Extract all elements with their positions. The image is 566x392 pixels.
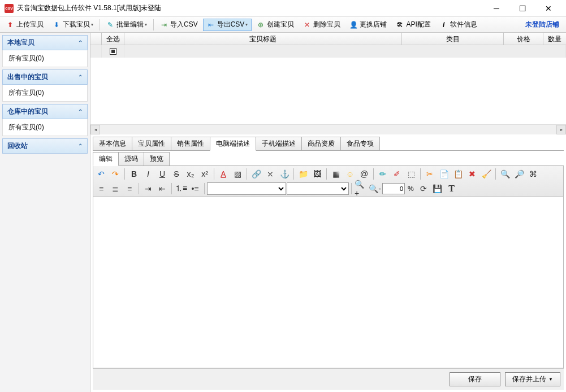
tab-pc-desc[interactable]: 电脑端描述 xyxy=(210,137,256,151)
chevron-up-icon: ⌃ xyxy=(78,143,83,149)
find-button[interactable]: 🔍 xyxy=(498,167,512,181)
scroll-track[interactable] xyxy=(100,125,556,134)
folder-button[interactable]: 📁 xyxy=(296,167,310,181)
import-csv-button[interactable]: ⇥导入CSV xyxy=(156,19,202,31)
subtab-preview[interactable]: 预览 xyxy=(144,152,170,165)
editor-content[interactable] xyxy=(93,197,564,368)
unlink-button[interactable]: ⤫ xyxy=(263,167,277,181)
tab-mobile-desc[interactable]: 手机端描述 xyxy=(256,137,302,150)
highlight-button[interactable]: ✏ xyxy=(376,167,390,181)
subtab-edit[interactable]: 编辑 xyxy=(93,152,119,166)
cut-button[interactable]: ✂ xyxy=(423,167,437,181)
sidebar-item-all-selling[interactable]: 所有宝贝(0) xyxy=(2,85,88,102)
save-disk-button[interactable]: 💾 xyxy=(431,182,444,195)
outdent-button[interactable]: ⇤ xyxy=(155,182,169,195)
redo-button[interactable]: ↷ xyxy=(109,167,122,181)
font-family-select[interactable] xyxy=(207,182,286,195)
paste-button[interactable]: 📋 xyxy=(451,167,465,181)
zoom-out-button[interactable]: 🔍- xyxy=(368,182,382,195)
copy-button[interactable]: 📄 xyxy=(437,167,451,181)
text-tool-button[interactable]: T xyxy=(445,182,459,195)
clear-format-button[interactable]: 🧹 xyxy=(479,167,493,181)
select-all-button[interactable]: ⬚ xyxy=(404,167,418,181)
image-button[interactable]: 🖼 xyxy=(310,167,324,181)
smiley-button[interactable]: ☺ xyxy=(343,167,357,181)
font-color-button[interactable]: A xyxy=(217,167,230,181)
sidebar-header-selling[interactable]: 出售中的宝贝⌃ xyxy=(2,69,88,85)
scroll-left-icon[interactable]: ◂ xyxy=(90,125,100,134)
grid-checkbox-cell[interactable] xyxy=(102,45,124,58)
sidebar-header-local[interactable]: 本地宝贝⌃ xyxy=(2,35,88,50)
titlebar: csv 天音淘宝数据包上传软件 V1.58.1[试用版]未登陆 ─ ☐ ✕ xyxy=(0,0,566,17)
refresh-button[interactable]: ⟳ xyxy=(417,182,430,195)
grid-col-qty[interactable]: 数量 xyxy=(543,33,566,45)
close-button[interactable]: ✕ xyxy=(535,0,561,17)
download-button[interactable]: ⬇下载宝贝▾ xyxy=(49,19,97,31)
upload-button[interactable]: ⬆上传宝贝 xyxy=(2,19,47,31)
export-csv-button[interactable]: ⇤导出CSV▾ xyxy=(203,19,252,31)
sidebar-title: 仓库中的宝贝 xyxy=(7,107,48,116)
checkbox-icon[interactable] xyxy=(110,48,116,55)
sidebar-group-selling: 出售中的宝贝⌃ 所有宝贝(0) xyxy=(2,69,88,102)
tab-sale-props[interactable]: 销售属性 xyxy=(171,137,210,150)
sidebar-header-warehouse[interactable]: 仓库中的宝贝⌃ xyxy=(2,104,88,119)
subtab-source[interactable]: 源码 xyxy=(118,152,144,165)
batch-edit-label: 批量编辑 xyxy=(116,20,144,29)
align-center-button[interactable]: ≣ xyxy=(109,182,122,195)
create-button[interactable]: ⊕创建宝贝 xyxy=(253,19,298,31)
separator xyxy=(495,168,496,180)
superscript-button[interactable]: x² xyxy=(198,167,211,181)
batch-edit-button[interactable]: ✎批量编辑▾ xyxy=(102,19,151,31)
grid-cell xyxy=(124,45,566,58)
grid-col-price[interactable]: 价格 xyxy=(504,33,543,45)
delete-button[interactable]: ✖ xyxy=(465,167,479,181)
sub-tabs: 编辑 源码 预览 xyxy=(93,152,564,166)
save-button[interactable]: 保存 xyxy=(450,372,500,386)
table-button[interactable]: ▦ xyxy=(329,167,343,181)
switch-shop-button[interactable]: 👤更换店铺 xyxy=(345,19,391,31)
grid-col-title[interactable]: 宝贝标题 xyxy=(124,33,402,45)
code-button[interactable]: ⌘ xyxy=(526,167,540,181)
align-right-button[interactable]: ≡ xyxy=(123,182,136,195)
maximize-button[interactable]: ☐ xyxy=(509,0,535,17)
grid-col-selectall[interactable]: 全选 xyxy=(102,33,124,45)
anchor-button[interactable]: ⚓ xyxy=(278,167,291,181)
zoom-input[interactable] xyxy=(382,183,405,194)
tab-item-props[interactable]: 宝贝属性 xyxy=(132,137,171,150)
scroll-right-icon[interactable]: ▸ xyxy=(556,125,566,134)
delete-button[interactable]: ✕删除宝贝 xyxy=(299,19,344,31)
ordered-list-button[interactable]: ⒈≡ xyxy=(174,182,188,195)
horizontal-scrollbar[interactable]: ◂ ▸ xyxy=(90,124,566,134)
strikethrough-button[interactable]: S xyxy=(170,167,183,181)
grid-col-category[interactable]: 类目 xyxy=(402,33,504,45)
unordered-list-button[interactable]: •≡ xyxy=(188,182,202,195)
indent-button[interactable]: ⇥ xyxy=(141,182,155,195)
zoom-in-button[interactable]: 🔍+ xyxy=(354,182,368,195)
grid-body[interactable] xyxy=(90,45,566,124)
dropdown-icon: ▼ xyxy=(548,377,553,382)
underline-button[interactable]: U xyxy=(155,167,169,181)
marker-button[interactable]: ✐ xyxy=(390,167,404,181)
sidebar-item-all-warehouse[interactable]: 所有宝贝(0) xyxy=(2,119,88,136)
undo-button[interactable]: ↶ xyxy=(94,167,108,181)
bold-button[interactable]: B xyxy=(127,167,141,181)
link-button[interactable]: 🔗 xyxy=(249,167,263,181)
sidebar-item-all-local[interactable]: 所有宝贝(0) xyxy=(2,50,88,67)
save-upload-button[interactable]: 保存并上传▼ xyxy=(505,372,560,386)
grid-row[interactable] xyxy=(90,45,566,58)
bg-color-button[interactable]: ▨ xyxy=(231,167,244,181)
subscript-button[interactable]: x₂ xyxy=(184,167,197,181)
tab-quality[interactable]: 商品资质 xyxy=(301,137,341,150)
minimize-button[interactable]: ─ xyxy=(483,0,509,17)
font-size-select[interactable] xyxy=(287,182,349,195)
at-button[interactable]: @ xyxy=(357,167,371,181)
replace-button[interactable]: 🔎 xyxy=(512,167,526,181)
tab-food[interactable]: 食品专项 xyxy=(340,137,380,150)
align-left-button[interactable]: ≡ xyxy=(94,182,108,195)
login-status[interactable]: 未登陆店铺 xyxy=(525,20,564,29)
sidebar-header-recycle[interactable]: 回收站⌃ xyxy=(2,138,88,154)
italic-button[interactable]: I xyxy=(141,167,155,181)
software-info-button[interactable]: i软件信息 xyxy=(436,19,481,31)
api-config-button[interactable]: 🛠API配置 xyxy=(392,19,434,31)
tab-basic-info[interactable]: 基本信息 xyxy=(93,137,132,150)
